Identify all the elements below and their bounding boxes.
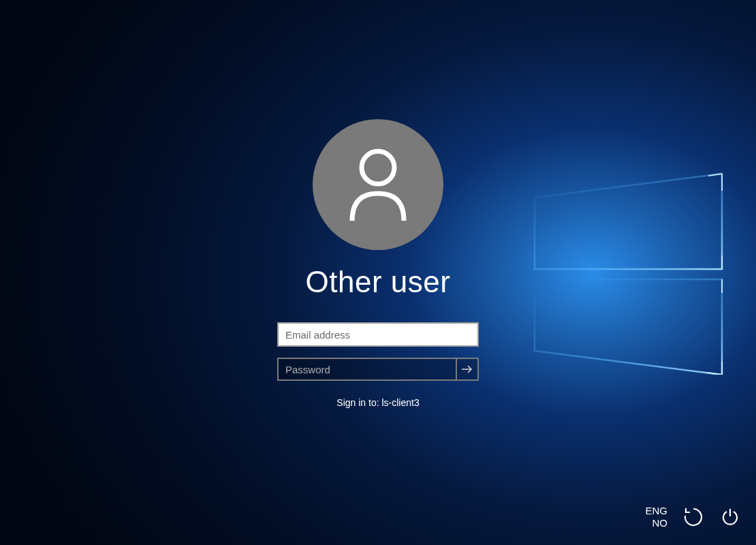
language-switcher[interactable]: ENG NO [645, 505, 667, 531]
user-title: Other user [306, 265, 451, 299]
password-input[interactable] [277, 358, 456, 381]
power-button[interactable] [719, 506, 741, 528]
email-input[interactable] [277, 322, 479, 347]
password-row [277, 358, 479, 381]
svg-line-1 [708, 174, 722, 176]
submit-button[interactable] [456, 358, 479, 381]
ease-of-access-icon [683, 507, 704, 527]
email-row [277, 322, 479, 347]
svg-line-4 [707, 373, 722, 375]
signin-to-label: Sign in to: ls-client3 [336, 397, 419, 408]
bottom-toolbar: ENG NO [645, 505, 741, 531]
arrow-right-icon [460, 362, 474, 376]
user-avatar [313, 119, 443, 250]
user-icon [345, 147, 411, 222]
ease-of-access-button[interactable] [682, 506, 704, 528]
windows-logo-background [524, 170, 729, 375]
login-panel: Other user Sign in to: ls-client3 [277, 119, 479, 408]
language-line-2: NO [645, 517, 667, 530]
svg-point-7 [362, 151, 394, 184]
power-icon [721, 508, 740, 527]
language-line-1: ENG [645, 505, 667, 518]
